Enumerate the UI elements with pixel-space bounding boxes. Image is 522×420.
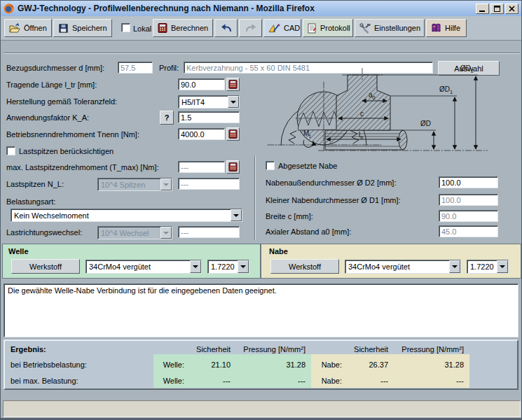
close-button[interactable] xyxy=(505,4,518,14)
max-lastspitze-field xyxy=(178,161,225,173)
tragende-laenge-calc-button[interactable] xyxy=(226,78,240,91)
abgesetzte-nabe-label: Abgesetzte Nabe xyxy=(278,162,337,170)
status-bar xyxy=(3,400,521,417)
tools-icon xyxy=(359,23,371,34)
book-icon xyxy=(431,23,441,33)
redo-icon xyxy=(245,23,257,33)
chevron-down-icon[interactable] xyxy=(190,260,201,273)
tragende-laenge-label: Tragende Länge l_tr [mm]: xyxy=(6,80,97,89)
results-row-betriebsbelastung: bei Betriebsbelastung: Welle: 21.10 31.2… xyxy=(5,359,469,370)
chevron-down-icon[interactable] xyxy=(238,260,249,273)
open-label: Öffnen xyxy=(24,24,47,32)
kleiner-nabendurchmesser-field xyxy=(439,194,498,206)
floppy-disk-icon xyxy=(58,23,69,34)
nabe-number-value: 1.7220 xyxy=(467,262,497,271)
nenndrehmoment-calc-button[interactable] xyxy=(226,127,240,141)
title-bar: GWJ-Technology - Profilwellenberechnung … xyxy=(1,1,521,16)
welle-panel-title: Welle xyxy=(8,247,29,255)
toolbar: Öffnen Speichern Lokal Berechnen CAD Pro… xyxy=(1,16,521,41)
nabe-pressung-header: Pressung [N/mm²] xyxy=(394,345,469,354)
anwendungsfaktor-help-button[interactable]: ? xyxy=(160,111,174,125)
window-title: GWJ-Technology - Profilwellenberechnung … xyxy=(18,4,474,13)
results-row-max-belastung: bei max. Belastung: Welle: --- --- Nabe:… xyxy=(5,375,469,386)
save-button[interactable]: Speichern xyxy=(53,19,112,37)
message-area[interactable]: Die gewählte Welle-Nabe Verbindung ist f… xyxy=(4,284,518,337)
nabe-material-value: 34CrMo4 vergütet xyxy=(345,262,449,271)
welle-werkstoff-button[interactable]: Werkstoff xyxy=(11,259,80,274)
welle-number-select[interactable]: 1.7220 xyxy=(207,260,249,274)
nabe-panel-title: Nabe xyxy=(269,247,288,255)
column-divider xyxy=(254,156,255,240)
svg-text:ltr: ltr xyxy=(359,131,364,141)
svg-text:c: c xyxy=(360,110,364,118)
svg-text:ØD1: ØD1 xyxy=(439,85,453,95)
profil-label: Profil: xyxy=(159,64,179,72)
open-button[interactable]: Öffnen xyxy=(4,19,52,37)
chevron-down-icon[interactable] xyxy=(231,209,242,221)
axialer-abstand-field xyxy=(439,225,498,237)
undo-button[interactable] xyxy=(214,19,238,37)
hilfe-label: Hilfe xyxy=(445,24,460,32)
toleranzfeld-value: H5/IT4 xyxy=(179,98,228,106)
cad-ruler-pen-icon xyxy=(268,23,280,33)
nabenaussendurchmesser-field[interactable] xyxy=(439,176,498,188)
chevron-down-icon xyxy=(160,227,172,239)
lastspitzen-checkbox[interactable] xyxy=(6,146,15,155)
nabe-number-select[interactable]: 1.7220 xyxy=(467,260,509,274)
calculator-icon xyxy=(158,23,167,33)
welle-number-value: 1.7220 xyxy=(208,262,238,271)
lokal-checkbox[interactable] xyxy=(121,23,130,32)
nenndrehmoment-field[interactable] xyxy=(178,128,225,140)
breite-field xyxy=(439,210,498,222)
svg-text:ØD2: ØD2 xyxy=(460,64,474,74)
nabe-panel: Nabe Werkstoff 34CrMo4 vergütet 1.7220 xyxy=(261,244,521,279)
nenndrehmoment-label: Betriebsnenndrehmoment Tnenn [Nm]: xyxy=(6,130,139,139)
protokoll-button[interactable]: Protokoll xyxy=(303,19,353,37)
maximize-button[interactable] xyxy=(490,4,504,14)
kleiner-nabendurchmesser-label: Kleiner Nabendurchmesser Ø D1 [mm]: xyxy=(266,196,401,204)
axialer-abstand-label: Axialer Abstand a0 [mm]: xyxy=(266,227,351,236)
save-label: Speichern xyxy=(72,24,107,32)
results-panel: Ergebnis: Sicherheit Pressung [N/mm²] Si… xyxy=(4,340,518,390)
hilfe-button[interactable]: Hilfe xyxy=(426,19,467,37)
max-lastspitze-calc-button[interactable] xyxy=(226,160,240,174)
breite-label: Breite c [mm]: xyxy=(266,212,313,220)
cad-label: CAD xyxy=(284,24,300,32)
belastungsart-select[interactable]: Kein Wechselmoment xyxy=(11,209,242,222)
chevron-down-icon[interactable] xyxy=(449,260,460,273)
abgesetzte-nabe-checkbox[interactable] xyxy=(266,161,275,170)
nabenaussendurchmesser-label: Nabenaußendurchmesser Ø D2 [mm]: xyxy=(266,178,396,187)
welle-material-select[interactable]: 34CrMo4 vergütet xyxy=(85,260,202,274)
svg-text:ØD: ØD xyxy=(420,120,431,127)
lastrichtungswechsel-field xyxy=(178,226,240,238)
results-title: Ergebnis: xyxy=(5,345,153,354)
tragende-laenge-field[interactable] xyxy=(178,78,225,90)
berechnen-button[interactable]: Berechnen xyxy=(153,19,213,37)
einstellungen-label: Einstellungen xyxy=(374,24,420,32)
lokal-label: Lokal xyxy=(133,24,151,33)
toleranzfeld-select[interactable]: H5/IT4 xyxy=(178,95,240,108)
max-lastspitze-label: max. Lastspitzendrehmoment (T_max) [Nm]: xyxy=(6,163,159,172)
einstellungen-button[interactable]: Einstellungen xyxy=(355,19,425,37)
lastspitzen-nl-unit-select: 10^4 Spitzen xyxy=(97,178,172,191)
bezugsdurchmesser-label: Bezugsdurchmesser d [mm]: xyxy=(6,64,104,72)
lastrichtungswechsel-unit-value: 10^4 Wechsel xyxy=(98,229,160,237)
chevron-down-icon[interactable] xyxy=(228,96,239,108)
cad-button[interactable]: CAD xyxy=(263,19,301,37)
nabe-werkstoff-button[interactable]: Werkstoff xyxy=(270,259,339,274)
anwendungsfaktor-field[interactable] xyxy=(178,111,240,123)
lastspitzen-nl-field xyxy=(178,178,240,190)
berechnen-label: Berechnen xyxy=(171,24,208,32)
form-separator xyxy=(4,52,520,53)
chevron-down-icon[interactable] xyxy=(497,260,508,273)
welle-material-value: 34CrMo4 vergütet xyxy=(86,262,190,271)
open-folder-icon xyxy=(9,23,20,34)
welle-panel: Welle Werkstoff 34CrMo4 vergütet 1.7220 xyxy=(2,244,261,279)
undo-icon xyxy=(220,23,233,33)
minimize-button[interactable] xyxy=(476,4,489,14)
anwendungsfaktor-label: Anwendungsfaktor K_A: xyxy=(6,113,89,122)
lastrichtungswechsel-unit-select: 10^4 Wechsel xyxy=(97,226,172,239)
welle-pressung-header: Pressung [N/mm²] xyxy=(236,345,311,354)
belastungsart-label: Belastungsart: xyxy=(6,197,55,206)
nabe-material-select[interactable]: 34CrMo4 vergütet xyxy=(345,260,461,274)
